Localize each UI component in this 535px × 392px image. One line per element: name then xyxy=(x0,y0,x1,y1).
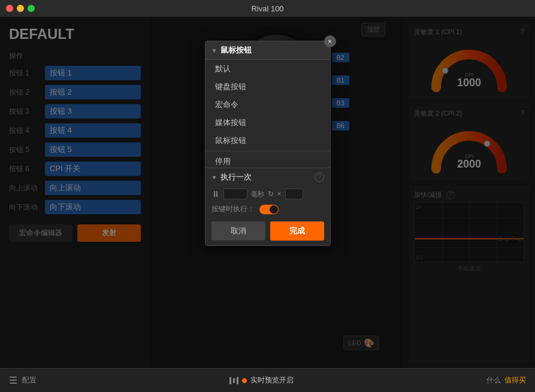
modal-action-buttons: 取消 完成 xyxy=(205,217,330,245)
bottom-bar: ☰ 配置 实时预览开启 什么 值得买 xyxy=(0,368,535,392)
bottom-center: 实时预览开启 xyxy=(229,375,294,385)
menu-item-media[interactable]: 媒体按钮 xyxy=(205,114,330,132)
list-icon: ☰ xyxy=(9,375,17,386)
menu-item-macro[interactable]: 宏命令 xyxy=(205,96,330,114)
execute-label: 执行一次 xyxy=(220,172,252,183)
dropdown-label: 鼠标按钮 xyxy=(220,45,252,56)
config-label: 配置 xyxy=(22,375,37,385)
menu-item-default[interactable]: 默认 xyxy=(205,60,330,78)
traffic-lights xyxy=(6,5,35,12)
modal-overlay: × ▼ 鼠标按钮 默认 键盘按钮 宏命令 媒体按钮 鼠标按钮 停用 启动应用程序… xyxy=(0,17,535,368)
dropdown-arrow-icon: ▼ xyxy=(211,47,217,54)
bottom-left: ☰ 配置 xyxy=(9,375,37,386)
modal-dropdown[interactable]: ▼ 鼠标按钮 xyxy=(205,41,330,60)
minimize-button[interactable] xyxy=(17,5,24,12)
cancel-button[interactable]: 取消 xyxy=(211,221,265,241)
pause-icon[interactable]: ⏸ xyxy=(211,189,220,199)
close-button[interactable] xyxy=(6,5,13,12)
community-label: 值得买 xyxy=(504,375,526,385)
refresh-icon[interactable]: ↻ xyxy=(268,190,274,198)
done-button[interactable]: 完成 xyxy=(270,221,324,241)
toggle-switch[interactable] xyxy=(259,205,279,214)
execute-help-icon[interactable]: ? xyxy=(315,172,324,182)
toggle-label: 按键时执行： xyxy=(211,204,255,214)
execute-arrow-icon: ▼ xyxy=(211,174,217,181)
maximize-button[interactable] xyxy=(28,5,35,12)
window-title: Rival 100 xyxy=(251,4,283,13)
menu-item-keyboard[interactable]: 键盘按钮 xyxy=(205,78,330,96)
toggle-row: 按键时执行： xyxy=(205,202,330,217)
menu-item-mouse[interactable]: 鼠标按钮 xyxy=(205,132,330,150)
toggle-knob xyxy=(270,205,278,214)
bars-icon xyxy=(229,377,238,384)
community-icon: 什么 xyxy=(486,375,501,385)
timing-value-box[interactable] xyxy=(285,189,303,199)
titlebar: Rival 100 xyxy=(0,0,535,17)
preview-dot xyxy=(242,378,247,383)
menu-item-disable[interactable]: 停用 xyxy=(205,151,330,168)
remove-icon[interactable]: × xyxy=(277,190,282,198)
modal-menu: 默认 键盘按钮 宏命令 媒体按钮 鼠标按钮 停用 启动应用程序 向下滚动 xyxy=(205,60,330,168)
preview-label: 实时预览开启 xyxy=(250,375,294,385)
timing-unit: 毫秒 xyxy=(251,190,264,199)
timing-input[interactable] xyxy=(223,189,247,199)
modal-dialog: × ▼ 鼠标按钮 默认 键盘按钮 宏命令 媒体按钮 鼠标按钮 停用 启动应用程序… xyxy=(205,41,331,246)
bottom-right: 什么 值得买 xyxy=(486,375,526,385)
timing-row: ⏸ 毫秒 ↻ × xyxy=(205,186,330,202)
modal-close-button[interactable]: × xyxy=(324,35,336,47)
execute-row[interactable]: ▼ 执行一次 ? xyxy=(205,168,330,186)
